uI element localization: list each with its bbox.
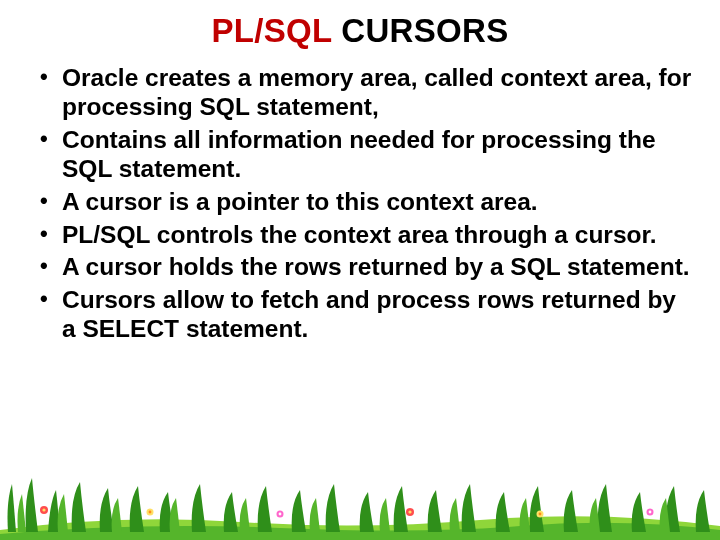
title-part-black: CURSORS (332, 12, 509, 49)
svg-point-9 (539, 513, 542, 516)
bullet-item: A cursor is a pointer to this context ar… (36, 188, 692, 217)
svg-point-1 (42, 508, 45, 511)
svg-point-3 (149, 511, 152, 514)
slide-title: PL/SQL CURSORS (28, 12, 692, 50)
bullet-item: Contains all information needed for proc… (36, 126, 692, 184)
bullet-item: Oracle creates a memory area, called con… (36, 64, 692, 122)
bullet-item: Cursors allow to fetch and process rows … (36, 286, 692, 344)
bullet-item: PL/SQL controls the context area through… (36, 221, 692, 250)
bullet-list: Oracle creates a memory area, called con… (28, 64, 692, 344)
bullet-item: A cursor holds the rows returned by a SQ… (36, 253, 692, 282)
svg-point-5 (279, 513, 282, 516)
svg-point-7 (408, 510, 411, 513)
svg-point-11 (649, 511, 652, 514)
title-part-red: PL/SQL (212, 12, 332, 49)
slide: PL/SQL CURSORS Oracle creates a memory a… (0, 0, 720, 540)
grass-footer-icon (0, 472, 720, 540)
